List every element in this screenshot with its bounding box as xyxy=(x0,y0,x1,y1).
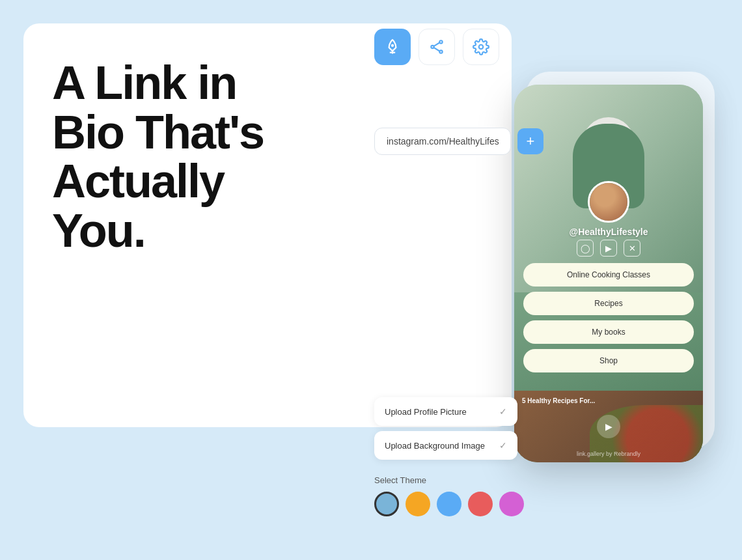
hero-text: A Link in Bio That's Actually You. xyxy=(52,59,264,255)
link-shop[interactable]: Shop xyxy=(523,349,694,372)
svg-point-0 xyxy=(391,44,394,47)
instagram-icon[interactable]: ◯ xyxy=(577,240,594,257)
upload-background-label: Upload Background Image xyxy=(385,441,485,451)
theme-label: Select Theme xyxy=(374,475,524,485)
url-input[interactable] xyxy=(374,128,511,155)
theme-dot-blue-selected[interactable] xyxy=(374,492,399,516)
hero-line1: A Link in xyxy=(52,59,264,108)
theme-dots xyxy=(374,492,524,516)
share-button[interactable] xyxy=(419,29,455,65)
watermark: link.gallery by Rebrandly xyxy=(514,451,703,457)
social-icons: ◯ ▶ ✕ xyxy=(514,240,703,257)
play-button[interactable]: ▶ xyxy=(597,415,620,438)
hero-line2: Bio That's xyxy=(52,108,264,158)
rocket-button[interactable] xyxy=(374,29,411,65)
url-bar-container: + xyxy=(374,128,543,155)
avatar-face xyxy=(590,183,627,221)
phone-username: @HealthyLifestyle xyxy=(514,227,703,237)
theme-area: Select Theme xyxy=(374,475,524,516)
rocket-icon xyxy=(384,38,401,55)
check-background-icon: ✓ xyxy=(499,440,507,451)
check-profile-icon: ✓ xyxy=(499,406,507,417)
hero-line3: Actually xyxy=(52,157,264,206)
link-books[interactable]: My books xyxy=(523,320,694,344)
link-recipes[interactable]: Recipes xyxy=(523,292,694,315)
video-thumbnail[interactable]: 5 Healthy Recipes For... ▶ link.gallery … xyxy=(514,391,703,462)
upload-background-item[interactable]: Upload Background Image ✓ xyxy=(374,431,517,460)
theme-dot-purple[interactable] xyxy=(499,492,524,516)
share-icon xyxy=(428,38,445,55)
upload-profile-item[interactable]: Upload Profile Picture ✓ xyxy=(374,397,517,426)
svg-line-4 xyxy=(434,43,440,46)
theme-dot-lightblue[interactable] xyxy=(437,492,461,516)
svg-point-6 xyxy=(479,45,484,49)
theme-dot-orange[interactable] xyxy=(405,492,430,516)
gear-icon xyxy=(473,38,489,55)
panel-overlay: Upload Profile Picture ✓ Upload Backgrou… xyxy=(374,397,517,460)
phone-links: Online Cooking Classes Recipes My books … xyxy=(523,263,694,372)
twitter-icon[interactable]: ✕ xyxy=(624,240,640,257)
avatar xyxy=(588,181,629,223)
link-cooking[interactable]: Online Cooking Classes xyxy=(523,263,694,287)
youtube-icon[interactable]: ▶ xyxy=(600,240,617,257)
upload-profile-label: Upload Profile Picture xyxy=(385,407,467,417)
toolbar xyxy=(374,29,499,65)
hero-line4: You. xyxy=(52,206,264,256)
add-link-button[interactable]: + xyxy=(517,128,543,154)
video-title: 5 Healthy Recipes For... xyxy=(522,397,595,404)
settings-button[interactable] xyxy=(463,29,499,65)
theme-dot-red[interactable] xyxy=(468,492,493,516)
svg-line-5 xyxy=(434,48,440,51)
